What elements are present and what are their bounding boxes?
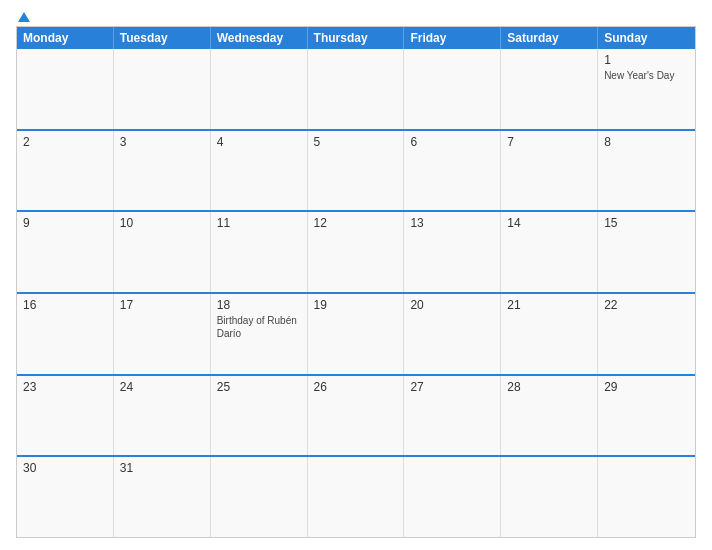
cal-cell: 20: [404, 294, 501, 374]
day-event: New Year's Day: [604, 69, 689, 82]
cal-cell: 30: [17, 457, 114, 537]
cal-cell: [308, 49, 405, 129]
cal-cell: 3: [114, 131, 211, 211]
day-number: 14: [507, 216, 591, 230]
day-number: 16: [23, 298, 107, 312]
cal-cell: 27: [404, 376, 501, 456]
calendar-week-1: 1New Year's Day: [17, 49, 695, 129]
header: [16, 12, 696, 22]
cal-cell: 11: [211, 212, 308, 292]
cal-cell: 4: [211, 131, 308, 211]
cal-header-day-saturday: Saturday: [501, 27, 598, 49]
calendar-week-5: 23242526272829: [17, 374, 695, 456]
day-number: 22: [604, 298, 689, 312]
cal-cell: 15: [598, 212, 695, 292]
cal-cell: [598, 457, 695, 537]
logo: [16, 12, 30, 22]
cal-cell: 9: [17, 212, 114, 292]
calendar-body: 1New Year's Day2345678910111213141516171…: [17, 49, 695, 537]
day-number: 29: [604, 380, 689, 394]
cal-cell: [211, 457, 308, 537]
day-number: 19: [314, 298, 398, 312]
cal-cell: 24: [114, 376, 211, 456]
calendar: MondayTuesdayWednesdayThursdayFridaySatu…: [16, 26, 696, 538]
day-event: Birthday of Rubén Darío: [217, 314, 301, 340]
cal-cell: 16: [17, 294, 114, 374]
cal-cell: [114, 49, 211, 129]
day-number: 9: [23, 216, 107, 230]
calendar-week-2: 2345678: [17, 129, 695, 211]
day-number: 21: [507, 298, 591, 312]
day-number: 7: [507, 135, 591, 149]
day-number: 3: [120, 135, 204, 149]
day-number: 10: [120, 216, 204, 230]
day-number: 5: [314, 135, 398, 149]
cal-cell: [211, 49, 308, 129]
day-number: 26: [314, 380, 398, 394]
cal-cell: 17: [114, 294, 211, 374]
day-number: 27: [410, 380, 494, 394]
day-number: 31: [120, 461, 204, 475]
day-number: 8: [604, 135, 689, 149]
day-number: 24: [120, 380, 204, 394]
day-number: 12: [314, 216, 398, 230]
day-number: 18: [217, 298, 301, 312]
cal-cell: 31: [114, 457, 211, 537]
calendar-week-3: 9101112131415: [17, 210, 695, 292]
day-number: 2: [23, 135, 107, 149]
day-number: 4: [217, 135, 301, 149]
cal-cell: [404, 457, 501, 537]
cal-header-day-friday: Friday: [404, 27, 501, 49]
cal-cell: 6: [404, 131, 501, 211]
day-number: 1: [604, 53, 689, 67]
cal-header-day-wednesday: Wednesday: [211, 27, 308, 49]
day-number: 13: [410, 216, 494, 230]
cal-cell: [404, 49, 501, 129]
page: MondayTuesdayWednesdayThursdayFridaySatu…: [0, 0, 712, 550]
cal-cell: 14: [501, 212, 598, 292]
cal-cell: [501, 457, 598, 537]
cal-cell: 12: [308, 212, 405, 292]
cal-cell: [308, 457, 405, 537]
cal-cell: 28: [501, 376, 598, 456]
cal-cell: 10: [114, 212, 211, 292]
cal-cell: 2: [17, 131, 114, 211]
day-number: 6: [410, 135, 494, 149]
cal-cell: 13: [404, 212, 501, 292]
day-number: 30: [23, 461, 107, 475]
cal-cell: 18Birthday of Rubén Darío: [211, 294, 308, 374]
cal-cell: 23: [17, 376, 114, 456]
day-number: 20: [410, 298, 494, 312]
cal-header-day-sunday: Sunday: [598, 27, 695, 49]
cal-header-day-monday: Monday: [17, 27, 114, 49]
cal-cell: 22: [598, 294, 695, 374]
cal-cell: [17, 49, 114, 129]
cal-cell: [501, 49, 598, 129]
cal-cell: 5: [308, 131, 405, 211]
cal-header-day-thursday: Thursday: [308, 27, 405, 49]
cal-cell: 8: [598, 131, 695, 211]
cal-cell: 7: [501, 131, 598, 211]
calendar-week-6: 3031: [17, 455, 695, 537]
cal-cell: 29: [598, 376, 695, 456]
cal-cell: 25: [211, 376, 308, 456]
cal-cell: 26: [308, 376, 405, 456]
cal-cell: 1New Year's Day: [598, 49, 695, 129]
cal-header-day-tuesday: Tuesday: [114, 27, 211, 49]
day-number: 25: [217, 380, 301, 394]
cal-cell: 19: [308, 294, 405, 374]
cal-cell: 21: [501, 294, 598, 374]
day-number: 11: [217, 216, 301, 230]
day-number: 15: [604, 216, 689, 230]
logo-triangle-icon: [18, 12, 30, 22]
day-number: 28: [507, 380, 591, 394]
day-number: 23: [23, 380, 107, 394]
calendar-week-4: 161718Birthday of Rubén Darío19202122: [17, 292, 695, 374]
day-number: 17: [120, 298, 204, 312]
calendar-header: MondayTuesdayWednesdayThursdayFridaySatu…: [17, 27, 695, 49]
